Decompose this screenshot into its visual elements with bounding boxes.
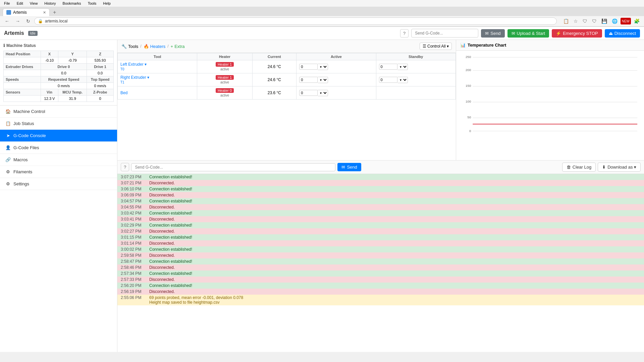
- chart-area: 250 200 150 100 50 0: [456, 51, 644, 144]
- log-message: Connection established!: [149, 187, 192, 191]
- log-time: 2:58:46 PM: [121, 265, 146, 270]
- left-extruder-standby-dropdown[interactable]: ▾: [398, 64, 408, 70]
- address-bar: ← → ↻ 🔒 artemis.local 📋 ☆ 🛡 🛡 💾 🌐 NEW 🧩: [0, 16, 644, 26]
- svg-text:250: 250: [466, 55, 471, 59]
- log-entry: 3:02:27 PMDisconnected.: [117, 228, 644, 234]
- x-value: -0.10: [41, 57, 58, 64]
- left-extruder-tool[interactable]: Left Extruder ▾T0: [118, 60, 197, 73]
- bed-active-dropdown[interactable]: ▾: [318, 90, 328, 96]
- right-extruder-active-input[interactable]: [299, 77, 318, 83]
- right-extruder-tool[interactable]: Right Extruder ▾T1: [118, 73, 197, 86]
- clear-log-button[interactable]: 🗑 Clear Log: [562, 163, 596, 172]
- back-button[interactable]: ←: [3, 18, 11, 24]
- menu-edit[interactable]: Edit: [15, 1, 24, 6]
- info-icon: ℹ: [3, 43, 5, 48]
- zprobe-value: 0: [87, 96, 114, 102]
- right-extruder-standby-input[interactable]: [379, 77, 397, 83]
- browser-tab[interactable]: Artemis ✕: [3, 8, 50, 16]
- console-help-button[interactable]: ?: [121, 163, 129, 171]
- download-as-button[interactable]: ⬇ Download as ▾: [598, 163, 641, 172]
- console-input[interactable]: [131, 163, 335, 171]
- control-all-button[interactable]: ☰ Control All ▾: [420, 43, 452, 50]
- url-bar[interactable]: 🔒 artemis.local: [34, 17, 557, 25]
- new-tab-button[interactable]: +: [51, 9, 58, 16]
- log-message: Disconnected.: [149, 205, 175, 209]
- left-panel: ℹ Machine Status Head Position X Y Z -0.…: [0, 40, 117, 352]
- log-entry: 2:58:46 PMDisconnected.: [117, 264, 644, 270]
- right-extruder-active-dropdown[interactable]: ▾: [318, 77, 328, 83]
- bookmark-button[interactable]: ☆: [572, 18, 580, 24]
- y-header: Y: [58, 51, 87, 57]
- left-extruder-active-dropdown[interactable]: ▾: [318, 64, 328, 70]
- log-message: Connection established!: [149, 223, 192, 228]
- bed-active[interactable]: ▾: [297, 86, 376, 100]
- z-value: 535.93: [87, 57, 114, 64]
- vpn-icon[interactable]: 🛡: [590, 18, 598, 24]
- right-extruder-heater: Heater 1 active: [197, 73, 252, 86]
- translate-icon[interactable]: 🌐: [610, 18, 619, 24]
- log-entry: 3:06:09 PMDisconnected.: [117, 192, 644, 198]
- tools-tab[interactable]: 🔧 Tools: [121, 44, 138, 49]
- right-extruder-active[interactable]: ▾: [297, 73, 376, 86]
- log-entry: 3:01:14 PMDisconnected.: [117, 240, 644, 246]
- send-icon: ✉: [485, 31, 489, 36]
- heaters-tab[interactable]: 🔥 Heaters: [144, 44, 166, 49]
- disconnect-button[interactable]: ⏏ Disconnect: [605, 29, 640, 38]
- sidebar-item-filaments[interactable]: ⚙ Filaments: [0, 166, 117, 178]
- upload-start-button[interactable]: ✉ Upload & Start: [507, 29, 549, 38]
- right-extruder-standby-dropdown[interactable]: ▾: [398, 77, 408, 83]
- left-extruder-active-input[interactable]: [299, 64, 318, 70]
- menu-help[interactable]: Help: [102, 1, 112, 6]
- bed-tool[interactable]: Bed: [118, 86, 197, 100]
- settings-icon: ⚙: [5, 181, 11, 186]
- zprobe-header: Z-Probe: [87, 89, 114, 96]
- shield-icon[interactable]: 🛡: [581, 18, 589, 24]
- console-send-button[interactable]: ✉ Send: [337, 163, 361, 171]
- forward-button[interactable]: →: [13, 18, 22, 24]
- send-button[interactable]: ✉ Send: [481, 29, 504, 38]
- reload-button[interactable]: ↻: [24, 18, 32, 24]
- menu-tools[interactable]: Tools: [87, 1, 98, 6]
- menu-bookmarks[interactable]: Bookmarks: [61, 1, 83, 6]
- log-entry: 3:04:57 PMConnection established!: [117, 198, 644, 204]
- log-entry: 2:56:20 PMConnection established!: [117, 283, 644, 289]
- log-entry: 3:03:42 PMConnection established!: [117, 210, 644, 216]
- sidebar-item-macros[interactable]: 🔗 Macros: [0, 154, 117, 166]
- right-extruder-standby[interactable]: ▾: [376, 73, 455, 86]
- left-extruder-standby-input[interactable]: [379, 64, 397, 70]
- temp-chart-title: Temperature Chart: [468, 43, 506, 48]
- screenshot-button[interactable]: 📋: [561, 18, 571, 24]
- extensions-icon[interactable]: 🧩: [632, 18, 641, 24]
- emergency-stop-button[interactable]: ⚡ Emergency STOP: [552, 29, 602, 38]
- log-message: Disconnected.: [149, 253, 175, 258]
- flame-icon: 🔥: [144, 44, 149, 49]
- menu-file[interactable]: File: [3, 1, 11, 6]
- menu-history[interactable]: History: [43, 1, 57, 6]
- disconnect-icon: ⏏: [609, 31, 613, 36]
- help-button[interactable]: ?: [400, 29, 409, 38]
- extra-tab[interactable]: + Extra: [171, 44, 185, 49]
- log-time: 2:55:06 PM: [121, 295, 146, 305]
- tab-close-button[interactable]: ✕: [43, 10, 46, 15]
- upload-icon: ✉: [512, 31, 515, 36]
- macros-icon: 🔗: [5, 157, 11, 162]
- log-message: Disconnected.: [149, 217, 175, 222]
- left-extruder-active[interactable]: ▾: [297, 60, 376, 73]
- drive0-value: 0.0: [41, 70, 87, 76]
- log-entry: 2:57:33 PMDisconnected.: [117, 277, 644, 283]
- log-message: Disconnected.: [149, 181, 175, 185]
- sidebar-item-settings[interactable]: ⚙ Settings: [0, 178, 117, 190]
- gcode-header-input[interactable]: [411, 29, 478, 38]
- bed-active-input[interactable]: [299, 90, 318, 96]
- sidebar-item-gcode-console[interactable]: ➤ G-Code Console: [0, 130, 117, 142]
- sidebar-item-job-status[interactable]: 📋 Job Status: [0, 118, 117, 130]
- log-entry: 3:07:21 PMDisconnected.: [117, 180, 644, 186]
- sidebar-item-machine-control[interactable]: 🏠 Machine Control: [0, 106, 117, 118]
- save-icon[interactable]: 💾: [600, 18, 609, 24]
- left-extruder-standby[interactable]: ▾: [376, 60, 455, 73]
- log-entry: 3:00:02 PMConnection established!: [117, 246, 644, 252]
- status-table: Head Position X Y Z -0.10 -0.79 535.93 E…: [3, 51, 114, 102]
- sidebar-item-gcode-files[interactable]: 👤 G-Code Files: [0, 142, 117, 154]
- news-icon[interactable]: NEW: [621, 18, 631, 24]
- menu-view[interactable]: View: [29, 1, 39, 6]
